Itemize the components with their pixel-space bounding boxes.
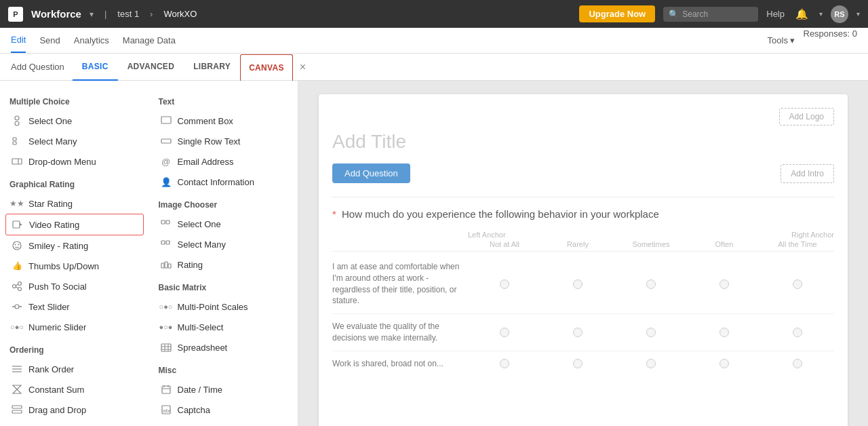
push-icon xyxy=(11,280,23,292)
nav-send[interactable]: Send xyxy=(39,28,60,52)
bell-icon[interactable]: 🔔 xyxy=(795,8,808,20)
nav-edit[interactable]: Edit xyxy=(11,28,26,53)
second-nav: Edit Send Analytics Manage Data Tools ▾ … xyxy=(0,28,868,54)
item-thumbs-label: Thumbs Up/Down xyxy=(28,261,99,271)
tab-bar: Add Question BASIC ADVANCED LIBRARY CANV… xyxy=(0,54,868,81)
item-thumbs[interactable]: 👍 Thumbs Up/Down xyxy=(5,256,144,276)
tools-link[interactable]: Tools ▾ xyxy=(768,28,795,52)
tab-canvas[interactable]: CANVAS xyxy=(240,54,293,81)
help-link[interactable]: Help xyxy=(766,9,785,19)
add-logo-button[interactable]: Add Logo xyxy=(779,108,834,125)
canvas-header: Add Logo xyxy=(332,108,834,125)
bell-arrow-icon[interactable]: ▾ xyxy=(819,10,823,18)
item-text-slider[interactable]: Text Slider xyxy=(5,296,144,317)
svg-point-17 xyxy=(15,305,19,309)
radio-1-5[interactable] xyxy=(793,279,802,289)
avatar[interactable]: RS xyxy=(831,5,848,23)
add-intro-button[interactable]: Add Intro xyxy=(781,164,834,183)
item-email[interactable]: @ Email Address xyxy=(155,151,293,172)
radio-2-4[interactable] xyxy=(719,328,729,337)
radio-2-2[interactable] xyxy=(573,328,583,337)
canvas-title-placeholder[interactable]: Add Title xyxy=(332,131,834,153)
item-select-many[interactable]: Select Many xyxy=(5,131,144,151)
radio-2-5[interactable] xyxy=(793,328,802,337)
multiselect-icon: ●○● xyxy=(160,321,172,333)
item-constant-sum[interactable]: Constant Sum xyxy=(5,379,144,400)
item-multipoint[interactable]: ○●○ Multi-Point Scales xyxy=(155,296,293,317)
question-block: * How much do you experience the followi… xyxy=(332,197,834,376)
radio-1-2[interactable] xyxy=(573,279,583,289)
radio-3-3[interactable] xyxy=(646,359,656,368)
item-dropdown-label: Drop-down Menu xyxy=(28,157,96,167)
svg-point-12 xyxy=(18,282,22,286)
nav-manage-data[interactable]: Manage Data xyxy=(123,28,176,52)
radio-1-3[interactable] xyxy=(646,279,656,289)
search-input[interactable] xyxy=(682,9,753,19)
radio-3-5[interactable] xyxy=(793,359,802,368)
search-box[interactable]: 🔍 xyxy=(663,7,758,22)
item-video-rating-label: Video Rating xyxy=(29,220,79,230)
upgrade-button[interactable]: Upgrade Now xyxy=(579,5,655,22)
radio-3-1[interactable] xyxy=(500,359,509,368)
add-question-button[interactable]: Add Question xyxy=(332,163,410,183)
avatar-arrow-icon[interactable]: ▾ xyxy=(856,10,860,18)
brand-dropdown-icon[interactable]: ▾ xyxy=(90,9,94,19)
radio-2-1[interactable] xyxy=(500,328,509,337)
item-numeric-slider[interactable]: ○●○ Numeric Slider xyxy=(5,317,144,337)
item-numeric-slider-label: Numeric Slider xyxy=(28,322,86,332)
svg-rect-29 xyxy=(166,241,170,244)
breadcrumb-test[interactable]: test 1 xyxy=(117,9,139,19)
item-rank-order[interactable]: Rank Order xyxy=(5,359,144,379)
col-all-time: All the Time xyxy=(761,240,834,248)
item-star-rating[interactable]: ★★ Star Rating xyxy=(5,193,144,214)
svg-rect-32 xyxy=(168,264,171,268)
svg-line-14 xyxy=(16,284,18,286)
row-1-text: I am at ease and comfortable when I'm ar… xyxy=(332,261,468,307)
radio-1-1[interactable] xyxy=(500,279,509,289)
item-img-select-one[interactable]: Select One xyxy=(155,214,293,234)
item-dropdown[interactable]: Drop-down Menu xyxy=(5,151,144,172)
tab-basic[interactable]: BASIC xyxy=(73,54,118,81)
breadcrumb-sep: | xyxy=(104,9,106,19)
item-select-one[interactable]: Select One xyxy=(5,111,144,131)
col-often: Often xyxy=(688,240,761,248)
item-push-social-label: Push To Social xyxy=(28,282,87,292)
img-rating-icon xyxy=(160,258,172,271)
item-single-row[interactable]: Single Row Text xyxy=(155,131,293,151)
item-drag-drop[interactable]: Drag and Drop xyxy=(5,400,144,420)
radio-1-4[interactable] xyxy=(719,279,729,289)
item-rank-order-label: Rank Order xyxy=(28,364,74,374)
tab-close-icon[interactable]: × xyxy=(293,61,313,73)
star-icon: ★★ xyxy=(11,197,23,210)
tab-library[interactable]: LIBRARY xyxy=(184,54,240,81)
right-anchor: Right Anchor xyxy=(651,231,834,239)
item-captcha[interactable]: abc Captcha xyxy=(155,400,293,420)
radio-3-4[interactable] xyxy=(719,359,729,368)
item-comment-box-label: Comment Box xyxy=(178,116,233,126)
radio-3-2[interactable] xyxy=(573,359,583,368)
radio-2-3[interactable] xyxy=(646,328,656,337)
item-datetime[interactable]: Date / Time xyxy=(155,379,293,400)
item-img-rating[interactable]: Rating xyxy=(155,254,293,275)
item-video-rating[interactable]: Video Rating xyxy=(5,214,144,235)
col-sometimes: Sometimes xyxy=(614,240,688,248)
item-push-social[interactable]: Push To Social xyxy=(5,276,144,296)
main-layout: Multiple Choice Select One Select Many D… xyxy=(0,81,868,426)
item-spreadsheet[interactable]: Spreadsheet xyxy=(155,337,293,357)
svg-rect-28 xyxy=(161,241,165,244)
thumbs-icon: 👍 xyxy=(11,260,23,272)
item-img-select-many[interactable]: Select Many xyxy=(155,234,293,254)
datetime-icon xyxy=(160,383,172,395)
svg-point-9 xyxy=(15,244,16,246)
tab-advanced[interactable]: ADVANCED xyxy=(118,54,184,81)
item-smiley-rating[interactable]: Smiley - Rating xyxy=(5,235,144,256)
section-ordering: Ordering xyxy=(9,345,144,355)
section-graphical-rating: Graphical Rating xyxy=(9,180,144,189)
item-contact[interactable]: 👤 Contact Information xyxy=(155,172,293,192)
logo-icon: P xyxy=(8,7,23,22)
item-comment-box[interactable]: Comment Box xyxy=(155,111,293,131)
section-text: Text xyxy=(159,97,293,106)
col-not-at-all: Not at All xyxy=(468,240,541,248)
nav-analytics[interactable]: Analytics xyxy=(74,28,109,52)
item-multiselect[interactable]: ●○● Multi-Select xyxy=(155,317,293,337)
